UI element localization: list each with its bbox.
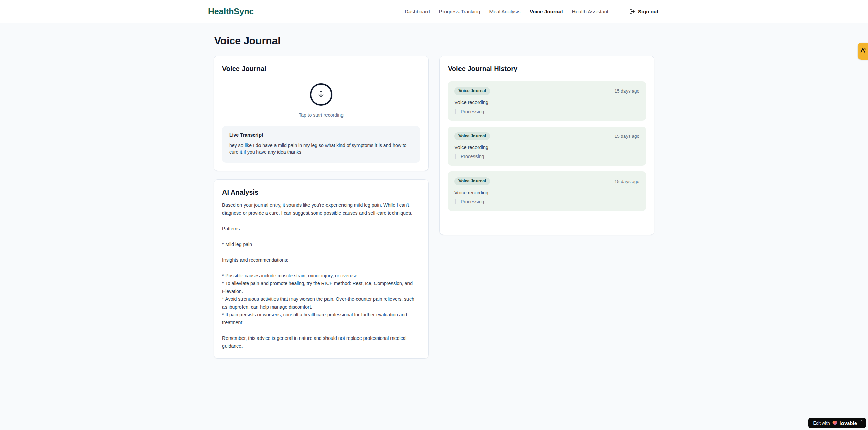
entry-processing-status: Processing...	[455, 109, 639, 114]
entry-type-badge: Voice Journal	[454, 87, 490, 95]
live-transcript-title: Live Transcript	[229, 132, 413, 138]
header-inner: HealthSync Dashboard Progress Tracking M…	[204, 0, 664, 23]
entry-type-badge: Voice Journal	[454, 177, 490, 185]
close-icon[interactable]: ×	[860, 419, 863, 423]
history-entry: Voice Journal 15 days ago Voice recordin…	[448, 81, 646, 121]
ai-analysis-body: Based on your journal entry, it sounds l…	[222, 201, 420, 350]
feedback-logo-icon	[860, 47, 866, 55]
live-transcript-text: hey so like I do have a mild pain in my …	[229, 142, 413, 155]
nav-voice-journal[interactable]: Voice Journal	[530, 9, 563, 14]
lovable-badge-prefix: Edit with	[813, 420, 830, 426]
entry-processing-status: Processing...	[455, 154, 639, 159]
ai-analysis-card: AI Analysis Based on your journal entry,…	[214, 179, 429, 359]
entry-label: Voice recording	[454, 100, 639, 105]
main-content: Voice Journal Voice Journal	[214, 23, 654, 359]
voice-recorder-card: Voice Journal Tap to start recording	[214, 56, 429, 171]
nav-meal-analysis[interactable]: Meal Analysis	[489, 9, 520, 14]
history-entry-header: Voice Journal 15 days ago	[454, 132, 639, 140]
logout-icon	[629, 9, 635, 14]
entry-label: Voice recording	[454, 190, 639, 195]
content-grid: Voice Journal Tap to start recording	[214, 56, 654, 359]
entry-label: Voice recording	[454, 145, 639, 150]
main-nav: Dashboard Progress Tracking Meal Analysi…	[405, 6, 660, 16]
mic-area: Tap to start recording	[222, 83, 420, 118]
entry-type-badge: Voice Journal	[454, 132, 490, 140]
app-logo[interactable]: HealthSync	[208, 6, 254, 16]
heart-icon	[832, 421, 837, 426]
feedback-widget-tab[interactable]	[858, 43, 868, 60]
lovable-badge-brand: lovable	[840, 420, 857, 426]
sign-out-label: Sign out	[638, 9, 658, 14]
nav-health-assistant[interactable]: Health Assistant	[572, 9, 608, 14]
history-entry-header: Voice Journal 15 days ago	[454, 177, 639, 185]
edit-with-lovable-badge[interactable]: Edit with lovable ×	[808, 418, 866, 428]
live-transcript-box: Live Transcript hey so like I do have a …	[222, 126, 420, 163]
voice-journal-history-card: Voice Journal History Voice Journal 15 d…	[439, 56, 654, 235]
entry-timestamp: 15 days ago	[614, 134, 639, 139]
record-button[interactable]	[310, 83, 332, 106]
app-header: HealthSync Dashboard Progress Tracking M…	[0, 0, 868, 23]
history-entry-header: Voice Journal 15 days ago	[454, 87, 639, 95]
page-title: Voice Journal	[214, 35, 654, 47]
sign-out-button[interactable]: Sign out	[628, 6, 660, 16]
recorder-card-title: Voice Journal	[222, 64, 420, 73]
entry-timestamp: 15 days ago	[614, 179, 639, 184]
entry-timestamp: 15 days ago	[614, 88, 639, 94]
left-column: Voice Journal Tap to start recording	[214, 56, 429, 359]
nav-progress-tracking[interactable]: Progress Tracking	[439, 9, 480, 14]
tap-to-record-hint: Tap to start recording	[222, 112, 420, 118]
history-entry: Voice Journal 15 days ago Voice recordin…	[448, 171, 646, 211]
entry-processing-status: Processing...	[455, 199, 639, 204]
history-list: Voice Journal 15 days ago Voice recordin…	[448, 81, 646, 211]
history-entry: Voice Journal 15 days ago Voice recordin…	[448, 127, 646, 166]
history-card-title: Voice Journal History	[448, 64, 646, 73]
ai-analysis-title: AI Analysis	[222, 188, 420, 197]
microphone-icon	[317, 90, 325, 99]
nav-dashboard[interactable]: Dashboard	[405, 9, 430, 14]
